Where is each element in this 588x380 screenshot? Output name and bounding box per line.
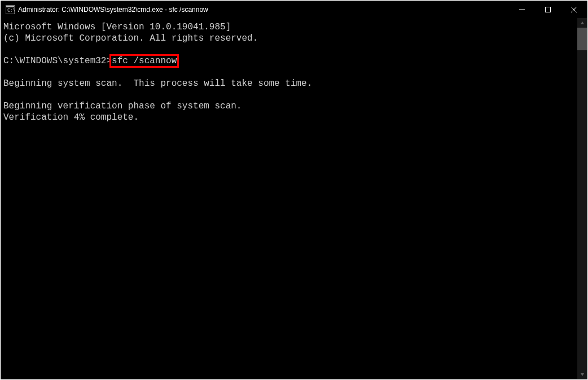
terminal-line: Beginning verification phase of system s… bbox=[3, 101, 575, 112]
minimize-button[interactable] bbox=[509, 1, 535, 18]
content-area: Microsoft Windows [Version 10.0.19041.98… bbox=[1, 18, 587, 379]
vertical-scrollbar[interactable] bbox=[577, 18, 587, 379]
scroll-up-arrow-icon[interactable] bbox=[577, 18, 587, 28]
terminal-blank bbox=[3, 89, 575, 101]
cmd-icon: C:\ bbox=[6, 5, 15, 14]
titlebar[interactable]: C:\ Administrator: C:\WINDOWS\system32\c… bbox=[1, 1, 587, 18]
terminal-blank bbox=[3, 44, 575, 55]
terminal-line: Microsoft Windows [Version 10.0.19041.98… bbox=[3, 21, 575, 33]
scroll-down-arrow-icon[interactable] bbox=[577, 369, 587, 379]
svg-rect-4 bbox=[546, 7, 551, 12]
terminal-output[interactable]: Microsoft Windows [Version 10.0.19041.98… bbox=[1, 18, 577, 379]
terminal-line: Beginning system scan. This process will… bbox=[3, 78, 575, 89]
terminal-prompt-line: C:\WINDOWS\system32>sfc /scannow bbox=[3, 55, 575, 67]
terminal-blank bbox=[3, 67, 575, 78]
window-title: Administrator: C:\WINDOWS\system32\cmd.e… bbox=[18, 6, 509, 14]
terminal-line: Verification 4% complete. bbox=[3, 112, 575, 123]
prompt-prefix: C:\WINDOWS\system32> bbox=[3, 56, 112, 66]
scroll-track[interactable] bbox=[577, 28, 587, 369]
cmd-window: C:\ Administrator: C:\WINDOWS\system32\c… bbox=[1, 1, 587, 379]
maximize-button[interactable] bbox=[535, 1, 561, 18]
close-button[interactable] bbox=[561, 1, 587, 18]
svg-rect-1 bbox=[6, 6, 14, 7]
scroll-thumb[interactable] bbox=[577, 28, 587, 50]
terminal-line: (c) Microsoft Corporation. All rights re… bbox=[3, 33, 575, 44]
svg-marker-8 bbox=[581, 373, 584, 376]
svg-marker-7 bbox=[581, 21, 584, 24]
highlighted-command: sfc /scannow bbox=[111, 55, 178, 67]
svg-text:C:\: C:\ bbox=[7, 8, 15, 13]
window-controls bbox=[509, 1, 587, 18]
